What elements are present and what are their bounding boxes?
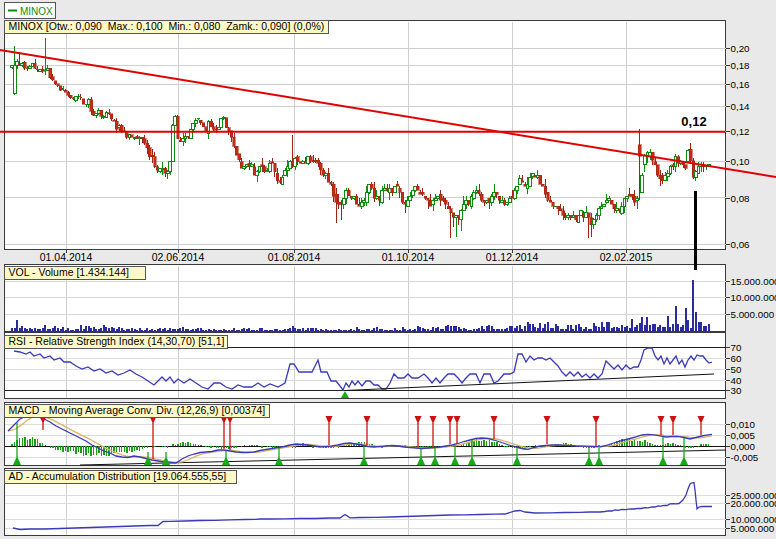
svg-text:0,16: 0,16 <box>731 79 751 90</box>
svg-text:0,18: 0,18 <box>731 60 751 71</box>
svg-text:40: 40 <box>731 375 742 386</box>
svg-text:70: 70 <box>731 342 742 353</box>
svg-text:0,12: 0,12 <box>731 126 750 137</box>
svg-text:02.02.2015: 02.02.2015 <box>600 251 653 263</box>
svg-text:10.000.000: 10.000.000 <box>731 292 776 303</box>
svg-text:0,14: 0,14 <box>731 101 751 112</box>
svg-text:02.06.2014: 02.06.2014 <box>152 251 205 263</box>
svg-text:15.000.000: 15.000.000 <box>731 276 776 287</box>
svg-text:MINOX: MINOX <box>20 6 53 17</box>
svg-text:30: 30 <box>731 385 742 396</box>
svg-text:0,005: 0,005 <box>731 430 756 441</box>
svg-text:5.000.000: 5.000.000 <box>731 523 775 534</box>
svg-text:01.04.2014: 01.04.2014 <box>40 251 93 263</box>
svg-text:0,000: 0,000 <box>731 441 756 452</box>
svg-text:01.12.2014: 01.12.2014 <box>486 251 539 263</box>
svg-text:RSI - Relative Strength Index: RSI - Relative Strength Index (14,30,70)… <box>9 335 225 347</box>
svg-text:0,10: 0,10 <box>731 156 751 167</box>
svg-text:MINOX [Otw.: 0,090 Max.: 0,10: MINOX [Otw.: 0,090 Max.: 0,100 Min.: 0,0… <box>9 20 325 32</box>
svg-text:50: 50 <box>731 364 742 375</box>
svg-text:01.08.2014: 01.08.2014 <box>268 251 321 263</box>
svg-text:VOL - Volume [1.434.144]: VOL - Volume [1.434.144] <box>9 266 130 278</box>
svg-text:0,20: 0,20 <box>731 43 751 54</box>
svg-text:0,12: 0,12 <box>681 114 706 129</box>
svg-text:60: 60 <box>731 353 742 364</box>
svg-text:MACD - Moving Average Conv. Di: MACD - Moving Average Conv. Div. (12,26,… <box>9 404 266 416</box>
svg-text:AD - Accumulation Distribution: AD - Accumulation Distribution [19.064.5… <box>9 470 227 482</box>
svg-text:5.000.000: 5.000.000 <box>731 309 775 320</box>
svg-text:01.10.2014: 01.10.2014 <box>382 251 435 263</box>
svg-text:0,08: 0,08 <box>731 193 751 204</box>
svg-text:0,06: 0,06 <box>731 239 751 250</box>
svg-text:20.000.000: 20.000.000 <box>731 498 776 509</box>
svg-text:-0,005: -0,005 <box>731 452 759 463</box>
svg-text:0,010: 0,010 <box>731 419 756 430</box>
